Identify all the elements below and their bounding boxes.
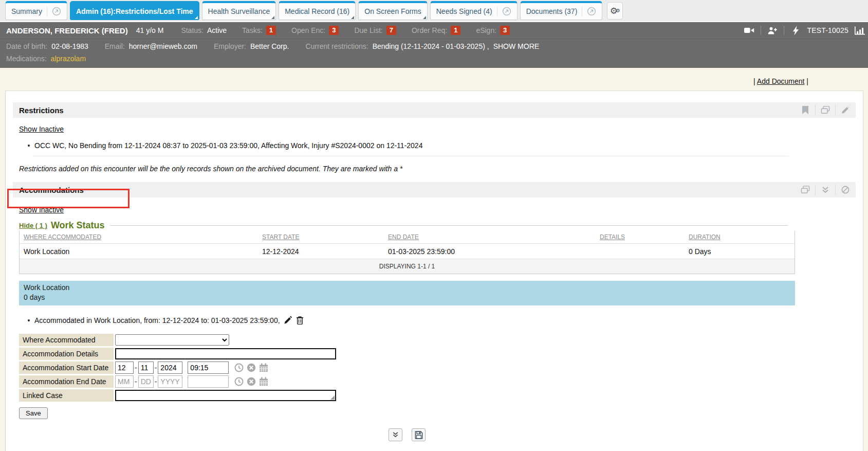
clear-date-button[interactable] — [246, 376, 256, 387]
chart-stats-button[interactable] — [855, 25, 865, 35]
end-month-input[interactable] — [115, 375, 134, 388]
accommodation-summary-box: Work Location 0 days — [19, 281, 795, 305]
accommodation-details-input[interactable] — [115, 348, 336, 359]
circle-slash-icon — [841, 186, 849, 194]
open-in-new-icon[interactable] — [497, 7, 511, 16]
table-row[interactable]: Work Location 12-12-2024 01-03-2025 23:5… — [20, 244, 795, 259]
form-row-details: Accommodation Details — [19, 348, 856, 360]
column-header-where-accommodated[interactable]: WHERE ACCOMMODATED — [20, 233, 258, 241]
tab-admin-restrictions-lost-time[interactable]: Admin (16):Restrictions/Lost Time — [70, 1, 199, 20]
column-header-duration[interactable]: DURATION — [685, 233, 795, 241]
end-time-input[interactable] — [188, 375, 229, 388]
person-add-icon — [767, 26, 778, 35]
divider — [815, 104, 816, 116]
column-header-details[interactable]: DETAILS — [596, 233, 685, 241]
bookmark-button[interactable] — [800, 105, 810, 115]
current-restrictions-value: Bending (12-11-2024 - 01-03-2025) , — [373, 42, 489, 50]
show-more-link[interactable]: SHOW MORE — [493, 42, 539, 50]
due-list-badge[interactable]: 7 — [386, 26, 396, 35]
save-button[interactable]: Save — [19, 407, 48, 419]
open-calendar-button[interactable] — [258, 363, 269, 373]
medications-value[interactable]: alprazolam — [51, 55, 86, 63]
work-status-hide-link[interactable]: Hide ( 1 ) — [19, 222, 47, 229]
edit-accommodation-button[interactable] — [284, 316, 292, 324]
tab-health-surveillance[interactable]: Health Surveillance — [202, 1, 276, 20]
video-call-button[interactable] — [744, 25, 754, 35]
tab-on-screen-forms[interactable]: On Screen Forms — [358, 1, 427, 20]
esign-badge[interactable]: 3 — [500, 26, 510, 35]
archive-document-button[interactable] — [820, 105, 830, 115]
open-enc-counter[interactable]: Open Enc: 3 — [291, 26, 339, 35]
settings-button[interactable]: ⚙⚙ — [607, 2, 623, 20]
save-section-button[interactable] — [412, 428, 426, 441]
table-paging-footer: DISPLAYING 1-1 / 1 — [20, 259, 795, 274]
order-req-badge[interactable]: 1 — [451, 26, 460, 35]
calendar-icon — [259, 363, 268, 372]
restrictions-title: Restrictions — [19, 106, 64, 115]
open-in-new-icon[interactable] — [47, 7, 61, 16]
restrictions-show-inactive-link[interactable]: Show Inactive — [19, 125, 64, 133]
end-date-icon-group — [234, 376, 269, 387]
edit-section-button[interactable] — [840, 105, 851, 115]
clock-icon — [234, 363, 244, 372]
column-header-end-date[interactable]: END DATE — [384, 233, 596, 241]
where-accommodated-select[interactable] — [115, 334, 229, 346]
tab-medical-record[interactable]: Medical Record (16) — [279, 1, 356, 20]
delete-accommodation-button[interactable] — [296, 316, 304, 324]
archive-document-button[interactable] — [800, 185, 810, 195]
collapse-section-button[interactable] — [820, 185, 830, 195]
set-time-now-button[interactable] — [234, 376, 244, 387]
encounter-card: Restrictions Show Inactive • OCC WC, No … — [5, 91, 863, 451]
accommodation-start-date-label: Accommodation Start Date — [19, 362, 114, 374]
open-enc-label: Open Enc: — [291, 26, 325, 34]
divider — [761, 26, 761, 35]
form-row-where: Where Accommodated — [19, 334, 856, 346]
start-day-input[interactable] — [138, 362, 154, 374]
date-dash: - — [155, 377, 157, 386]
trash-icon — [296, 316, 304, 324]
tasks-counter[interactable]: Tasks: 1 — [242, 26, 276, 35]
bullet-dot: • — [23, 316, 34, 324]
start-year-input[interactable] — [158, 362, 182, 374]
start-time-input[interactable] — [188, 362, 229, 374]
lightning-bolt-icon — [792, 26, 799, 35]
bookmark-icon — [802, 106, 809, 115]
date-dash: - — [155, 364, 157, 372]
tab-needs-signed[interactable]: Needs Signed (4) — [430, 1, 518, 20]
add-person-button[interactable] — [767, 25, 778, 35]
column-header-start-date[interactable]: START DATE — [258, 233, 384, 241]
tasks-badge[interactable]: 1 — [266, 26, 276, 35]
add-document-link[interactable]: Add Document — [757, 77, 805, 85]
tab-documents[interactable]: Documents (37) — [520, 1, 603, 20]
patient-name: ANDERSON, FREDERICK (FRED) — [6, 26, 128, 35]
cell-start-date: 12-12-2024 — [258, 247, 384, 256]
end-year-input[interactable] — [158, 375, 182, 388]
disable-section-button[interactable] — [840, 185, 851, 195]
open-enc-badge[interactable]: 3 — [329, 26, 339, 35]
quick-action-button[interactable] — [790, 25, 801, 35]
divider — [784, 26, 784, 35]
start-date-icon-group — [234, 363, 269, 373]
open-in-new-icon[interactable] — [582, 7, 596, 16]
set-time-now-button[interactable] — [234, 363, 244, 373]
due-list-label: Due List: — [354, 26, 382, 34]
open-in-new-icon — [502, 7, 511, 16]
clear-date-button[interactable] — [246, 363, 256, 373]
start-month-input[interactable] — [115, 362, 134, 374]
cell-duration: 0 Days — [685, 247, 795, 256]
linked-case-input[interactable] — [115, 390, 336, 401]
accommodations-show-inactive-link[interactable]: Show Inactive — [19, 206, 64, 214]
end-day-input[interactable] — [138, 375, 154, 388]
order-req-counter[interactable]: Order Req: 1 — [412, 26, 460, 35]
accommodations-title: Accommodations — [19, 186, 84, 194]
due-list-counter[interactable]: Due List: 7 — [354, 26, 396, 35]
patient-header-actions: TEST-10025 — [744, 25, 862, 35]
esign-counter[interactable]: eSign: 3 — [476, 26, 510, 35]
tab-summary-label: Summary — [11, 7, 42, 15]
resize-handle[interactable] — [330, 395, 335, 400]
open-calendar-button[interactable] — [258, 376, 269, 387]
work-status-title: Work Status — [51, 220, 105, 231]
accommodations-section-header: Accommodations — [13, 182, 856, 197]
tab-summary[interactable]: Summary — [5, 1, 67, 20]
expand-more-button[interactable] — [389, 428, 402, 441]
